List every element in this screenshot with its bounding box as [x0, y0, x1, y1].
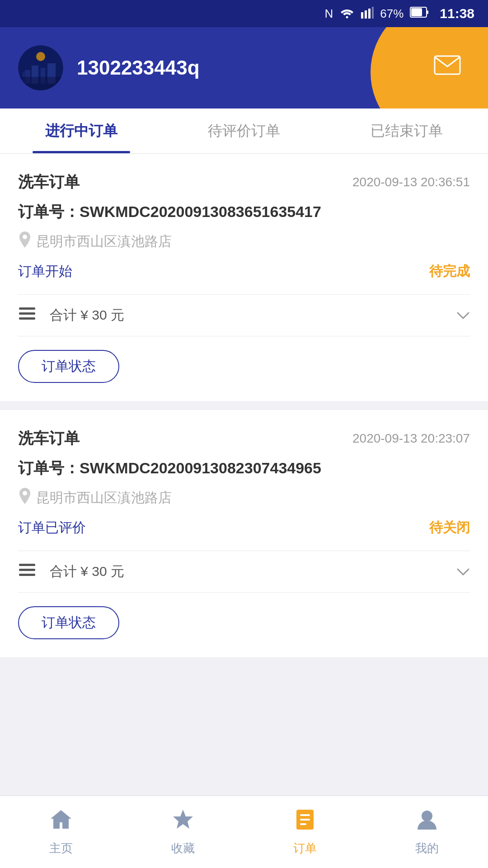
svg-rect-15 — [18, 77, 63, 90]
tab-ended-orders[interactable]: 已结束订单 — [325, 108, 488, 153]
tab-active-orders[interactable]: 进行中订单 — [0, 108, 163, 153]
nav-home-label: 主页 — [49, 840, 73, 856]
order-2-time: 2020-09-13 20:23:07 — [352, 431, 470, 446]
order-2-divider-1 — [18, 551, 470, 551]
chevron-down-icon-2 — [456, 563, 470, 580]
nfc-icon: N — [324, 7, 333, 21]
bottom-spacer — [0, 666, 488, 748]
svg-rect-16 — [435, 56, 460, 74]
svg-rect-7 — [427, 10, 428, 14]
order-2-location-text: 昆明市西山区滇池路店 — [36, 489, 172, 507]
order-2-status-left: 订单已评价 — [18, 519, 86, 537]
svg-point-0 — [346, 16, 348, 18]
order-2-type: 洗车订单 — [18, 428, 80, 449]
svg-rect-2 — [365, 10, 367, 19]
chevron-down-icon-1 — [456, 307, 470, 324]
order-card-1: 洗车订单 2020-09-13 20:36:51 订单号：SWKMDC20200… — [0, 154, 488, 401]
order-1-divider-2 — [18, 336, 470, 336]
order-1-amount-row[interactable]: 合计 ¥ 30 元 — [18, 306, 470, 325]
order-1-amount: 合计 ¥ 30 元 — [50, 306, 456, 325]
order-1-id: 订单号：SWKMDC20200913083651635417 — [18, 202, 470, 222]
status-icons: N 67% 11:38 — [324, 6, 474, 22]
mail-icon[interactable] — [434, 54, 461, 82]
order-2-header: 洗车订单 2020-09-13 20:23:07 — [18, 428, 470, 449]
order-card-2: 洗车订单 2020-09-13 20:23:07 订单号：SWKMDC20200… — [0, 410, 488, 657]
bottom-nav: 主页 收藏 订单 我的 — [0, 796, 488, 868]
nav-profile-label: 我的 — [415, 840, 439, 856]
svg-rect-3 — [368, 9, 371, 19]
orders-container: 洗车订单 2020-09-13 20:36:51 订单号：SWKMDC20200… — [0, 154, 488, 657]
order-2-amount: 合计 ¥ 30 元 — [50, 562, 456, 581]
svg-point-21 — [23, 491, 27, 495]
order-1-status-row: 订单开始 待完成 — [18, 262, 470, 281]
order-2-amount-row[interactable]: 合计 ¥ 30 元 — [18, 562, 470, 581]
signal-icon — [361, 6, 374, 22]
battery-text: 67% — [380, 7, 404, 21]
order-1-location-text: 昆明市西山区滇池路店 — [36, 232, 172, 251]
svg-rect-4 — [372, 7, 374, 19]
svg-rect-6 — [411, 8, 422, 16]
svg-point-17 — [23, 235, 27, 239]
tabs-bar: 进行中订单 待评价订单 已结束订单 — [0, 108, 488, 154]
order-2-id: 订单号：SWKMDC20200913082307434965 — [18, 458, 470, 479]
order-1-status-btn[interactable]: 订单状态 — [18, 350, 119, 383]
svg-point-14 — [36, 52, 45, 61]
status-bar: N 67% 11:38 — [0, 0, 488, 27]
nav-favorites[interactable]: 收藏 — [122, 796, 244, 868]
svg-rect-18 — [19, 307, 35, 310]
header: 1302233443q — [0, 27, 488, 108]
svg-rect-27 — [300, 814, 310, 816]
orders-icon — [293, 808, 317, 837]
order-1-status-right: 待完成 — [429, 262, 470, 281]
order-2-divider-2 — [18, 592, 470, 593]
battery-icon — [410, 7, 429, 21]
menu-icon-1 — [18, 306, 36, 325]
profile-icon — [415, 808, 439, 837]
order-1-type: 洗车订单 — [18, 172, 80, 193]
svg-marker-25 — [173, 810, 193, 829]
order-1-location: 昆明市西山区滇池路店 — [18, 231, 470, 251]
svg-rect-24 — [19, 574, 35, 576]
svg-rect-23 — [19, 569, 35, 571]
nav-favorites-label: 收藏 — [171, 840, 195, 856]
location-icon-2 — [18, 488, 32, 508]
svg-rect-20 — [19, 317, 35, 320]
order-1-header: 洗车订单 2020-09-13 20:36:51 — [18, 172, 470, 193]
order-1-divider-1 — [18, 294, 470, 295]
svg-point-30 — [422, 811, 432, 821]
nav-home[interactable]: 主页 — [0, 796, 122, 868]
svg-rect-28 — [300, 819, 310, 821]
time-display: 11:38 — [440, 6, 474, 21]
tab-pending-review[interactable]: 待评价订单 — [163, 108, 325, 153]
home-icon — [49, 808, 73, 837]
avatar — [18, 45, 63, 90]
order-2-status-btn[interactable]: 订单状态 — [18, 606, 119, 639]
order-2-status-row: 订单已评价 待关闭 — [18, 519, 470, 537]
order-2-location: 昆明市西山区滇池路店 — [18, 488, 470, 508]
svg-rect-22 — [19, 564, 35, 566]
star-icon — [171, 808, 195, 837]
nav-orders-label: 订单 — [293, 840, 317, 856]
svg-rect-19 — [19, 312, 35, 315]
nav-profile[interactable]: 我的 — [366, 796, 488, 868]
menu-icon-2 — [18, 562, 36, 581]
svg-rect-1 — [361, 12, 363, 19]
avatar-image — [18, 45, 63, 90]
svg-rect-29 — [300, 823, 306, 825]
wifi-icon — [339, 6, 355, 22]
header-decoration — [371, 27, 488, 108]
order-1-status-left: 订单开始 — [18, 262, 72, 281]
order-1-time: 2020-09-13 20:36:51 — [352, 175, 470, 189]
location-icon-1 — [18, 231, 32, 251]
order-2-status-right: 待关闭 — [429, 519, 470, 537]
nav-orders[interactable]: 订单 — [244, 796, 366, 868]
